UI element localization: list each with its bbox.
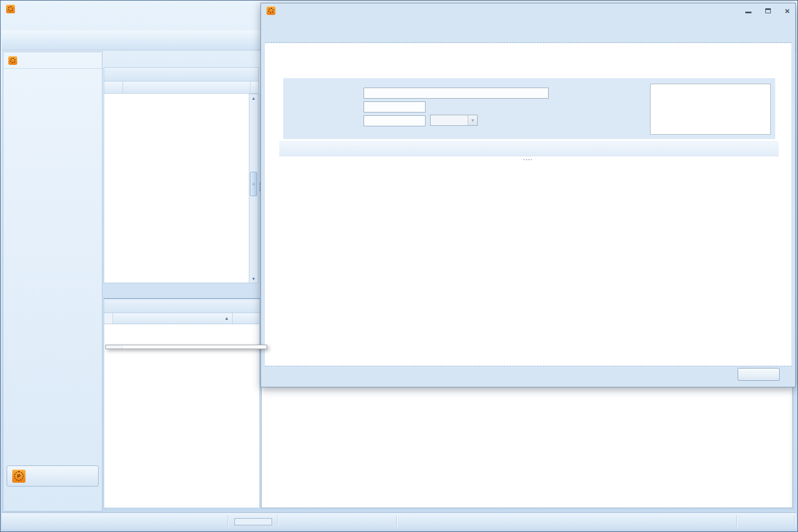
context-menu	[105, 345, 267, 349]
status-separator	[794, 515, 795, 527]
row-indicator-header	[104, 313, 113, 324]
resize-grip-icon[interactable]: ····	[523, 157, 533, 163]
oprognose-logo-icon	[12, 469, 25, 483]
dialog-top-band	[265, 18, 791, 43]
element-list-body	[104, 94, 249, 283]
element-list-toolbar	[104, 67, 259, 81]
column-header-handeling[interactable]: ▲	[113, 313, 233, 324]
dialog-bottom-band	[265, 366, 791, 383]
compare-groupbox	[650, 84, 771, 135]
app-logo-icon	[6, 4, 15, 13]
scroll-down-icon[interactable]: ▼	[249, 275, 258, 283]
dialog-form-panel: ▼	[283, 78, 775, 139]
scrollbar-thumb[interactable]	[250, 172, 257, 196]
scroll-up-icon[interactable]: ▲	[249, 94, 258, 102]
unit-combobox[interactable]: ▼	[430, 115, 478, 126]
sluiten-button[interactable]	[738, 368, 780, 381]
sidebar	[3, 52, 103, 511]
maximize-icon[interactable]	[765, 8, 771, 13]
status-progressbar	[234, 518, 272, 525]
status-separator	[396, 515, 397, 527]
handelingen-body	[104, 324, 260, 508]
column-header-blank	[250, 81, 258, 93]
dialog-toolbar	[279, 141, 779, 156]
sidebar-header	[3, 52, 102, 69]
status-separator	[277, 515, 278, 527]
handelingen-toolbar	[104, 299, 260, 313]
handelingen-header[interactable]: ▲	[104, 313, 260, 324]
statusbar	[2, 513, 796, 529]
app-logo-icon	[267, 6, 275, 15]
handelid-input[interactable]	[364, 101, 426, 112]
chevron-down-icon[interactable]: ▼	[468, 115, 477, 125]
element-list-scrollbar[interactable]: ▲ ▼	[249, 94, 258, 283]
window-controls: ×	[745, 7, 790, 15]
oprognose-logo-icon	[8, 56, 17, 65]
element-list-header[interactable]	[104, 81, 259, 94]
close-icon[interactable]: ×	[785, 7, 790, 15]
sidebar-bottom-button[interactable]	[7, 466, 99, 487]
sort-asc-icon: ▲	[224, 316, 229, 321]
status-separator	[228, 515, 228, 527]
normbedrag-input[interactable]	[364, 115, 426, 126]
minimize-icon[interactable]	[745, 12, 751, 13]
vergelijken-dialog: × ▼ ····	[260, 3, 796, 387]
column-header-nlsfb[interactable]	[123, 81, 250, 93]
dialog-titlebar: ×	[261, 3, 795, 18]
column-header-num[interactable]	[104, 81, 123, 93]
status-separator	[736, 515, 737, 527]
handeling-input[interactable]	[364, 88, 549, 99]
